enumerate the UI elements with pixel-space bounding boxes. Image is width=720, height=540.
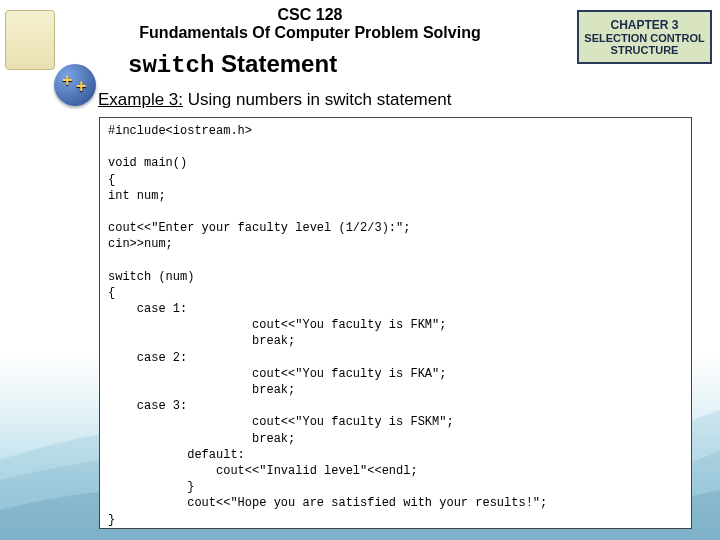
chapter-badge: CHAPTER 3 SELECTION CONTROL STRUCTURE xyxy=(577,10,712,64)
chapter-title-line2: STRUCTURE xyxy=(583,44,706,56)
example-label: Example 3: xyxy=(98,90,183,109)
section-title-rest: Statement xyxy=(214,50,337,77)
university-logo xyxy=(5,10,55,70)
example-heading: Example 3: Using numbers in switch state… xyxy=(98,90,451,110)
course-title: Fundamentals Of Computer Problem Solving xyxy=(60,24,560,42)
keyword-switch: switch xyxy=(128,52,214,79)
cpp-logo-icon: + + xyxy=(50,62,105,112)
code-block: #include<iostream.h> void main() { int n… xyxy=(99,117,692,529)
slide-header: CSC 128 Fundamentals Of Computer Problem… xyxy=(60,6,560,42)
chapter-title-line1: SELECTION CONTROL xyxy=(583,32,706,44)
chapter-number: CHAPTER 3 xyxy=(583,18,706,32)
slide: + + CSC 128 Fundamentals Of Computer Pro… xyxy=(0,0,720,540)
section-title: switch Statement xyxy=(128,50,337,79)
example-description: Using numbers in switch statement xyxy=(183,90,451,109)
course-code: CSC 128 xyxy=(60,6,560,24)
